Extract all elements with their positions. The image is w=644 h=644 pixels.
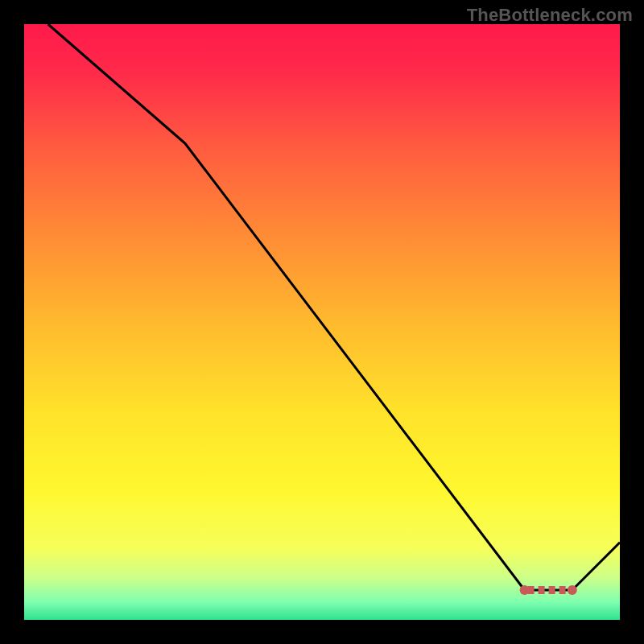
chart-frame: TheBottleneck.com xyxy=(0,0,644,644)
chart-canvas xyxy=(0,0,644,644)
svg-point-2 xyxy=(568,585,577,595)
